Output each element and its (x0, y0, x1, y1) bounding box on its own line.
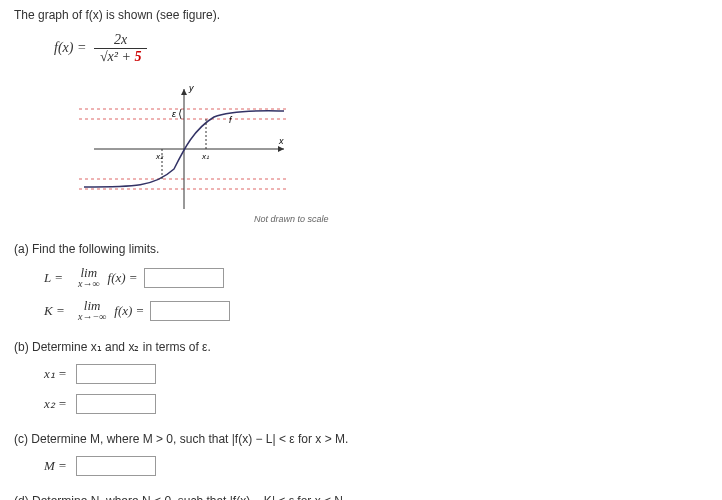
part-c-prompt: (c) Determine M, where M > 0, such that … (14, 432, 708, 446)
row-x2: x₂ = (44, 394, 708, 414)
x2-label: x₂ (155, 152, 164, 161)
axis-x-label: x (278, 136, 284, 146)
function-formula: f(x) = 2x √x² + 5 (54, 32, 708, 65)
input-x2[interactable] (76, 394, 156, 414)
input-M[interactable] (76, 456, 156, 476)
formula-lhs: f(x) = (54, 40, 86, 55)
row-L: L = lim x→∞ f(x) = (44, 266, 708, 289)
input-K[interactable] (150, 301, 230, 321)
axis-y-label: y (188, 83, 194, 93)
formula-denominator: √x² + 5 (94, 49, 148, 65)
row-x1: x₁ = (44, 364, 708, 384)
input-x1[interactable] (76, 364, 156, 384)
formula-numerator: 2x (94, 32, 148, 49)
part-a-prompt: (a) Find the following limits. (14, 242, 708, 256)
x1-label: x₁ (201, 152, 209, 161)
part-b-prompt: (b) Determine x₁ and x₂ in terms of ε. (14, 340, 708, 354)
input-L[interactable] (144, 268, 224, 288)
curve-label: f (229, 115, 233, 125)
graph-svg: y x f ε x₁ x₂ (74, 79, 294, 219)
graph-figure: y x f ε x₁ x₂ Not drawn to scale (74, 79, 708, 224)
intro-text: The graph of f(x) is shown (see figure). (14, 8, 708, 22)
row-M: M = (44, 456, 708, 476)
figure-caption: Not drawn to scale (254, 214, 708, 224)
svg-marker-7 (181, 89, 187, 95)
row-K: K = lim x→−∞ f(x) = (44, 299, 708, 322)
part-d-prompt: (d) Determine N, where N < 0, such that … (14, 494, 708, 500)
svg-marker-5 (278, 146, 284, 152)
eps-label: ε (172, 109, 177, 119)
